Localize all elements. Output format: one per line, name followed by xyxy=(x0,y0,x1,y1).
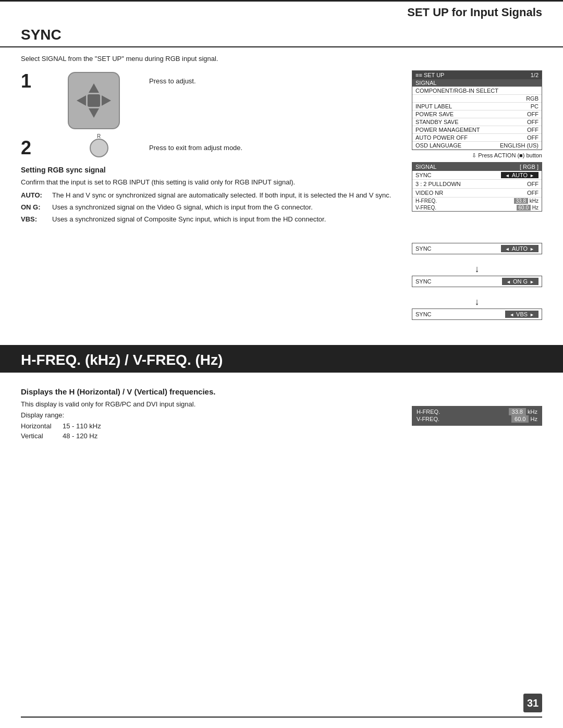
sync-row-vbs: SYNC VBS xyxy=(412,309,542,319)
sync-content: Select SIGNAL from the "SET UP" menu dur… xyxy=(0,55,563,329)
osd-setup-header-right: 1/2 xyxy=(531,72,538,78)
arrow-down-1: ↓ xyxy=(412,264,542,275)
signal-panel-header-left: SIGNAL xyxy=(415,164,436,170)
freq-unit-v: Hz xyxy=(532,205,538,211)
sync-option-vbs-label: VBS: xyxy=(21,215,52,223)
hfreq-horizontal-val: 15 - 110 kHz xyxy=(63,422,125,430)
step-2-number: 2 xyxy=(21,139,47,157)
hfreq-subtitle: Displays the H (Horizontal) / V (Vertica… xyxy=(21,387,407,396)
signal-panel-header: SIGNAL [ RGB ] xyxy=(412,163,542,171)
arrow-left-vbs xyxy=(509,311,514,317)
arrow-right-icon xyxy=(530,172,534,178)
osd-setup-header: ≡≡ SET UP 1/2 xyxy=(412,71,542,79)
hfreq-side-col: H-FREQ. 33.8 kHz V-FREQ. 60.0 Hz xyxy=(407,380,542,442)
remote-control xyxy=(68,72,120,129)
osd-val-power-mgmt: OFF xyxy=(527,127,538,133)
osd-row-signal: SIGNAL xyxy=(412,79,542,87)
osd-label-component: COMPONENT/RGB-IN SELECT xyxy=(415,88,498,94)
freq-row-v: V-FREQ. 60.0 Hz xyxy=(412,204,542,211)
step-1-row: 1 Press to adjust. xyxy=(21,72,407,129)
osd-label-power-save: POWER SAVE xyxy=(415,111,454,117)
hfreq-two-col: Displays the H (Horizontal) / V (Vertica… xyxy=(21,380,542,442)
setting-rgb-desc: Confirm that the input is set to RGB INP… xyxy=(21,178,407,186)
arrow-left-ong xyxy=(506,278,511,285)
osd-val-rgb: RGB xyxy=(526,95,538,102)
osd-label-standby-save: STANDBY SAVE xyxy=(415,119,459,125)
round-button: R xyxy=(90,139,108,157)
sync-panel-auto: SYNC AUTO xyxy=(412,243,542,254)
dpad-right xyxy=(102,95,111,106)
arrow-left-icon xyxy=(505,172,510,178)
signal-val-sync: AUTO xyxy=(501,172,538,178)
osd-row-input-label: INPUT LABEL PC xyxy=(412,103,542,110)
step-1-number: 1 xyxy=(21,72,47,91)
freq-val-h: 33.8 xyxy=(514,198,528,204)
hfreq-content: Displays the H (Horizontal) / V (Vertica… xyxy=(0,380,563,442)
osd-row-power-save: POWER SAVE OFF xyxy=(412,110,542,118)
freq-label-h: H-FREQ. xyxy=(415,198,437,204)
setting-rgb-title: Setting RGB sync signal xyxy=(21,166,407,174)
hfreq-desc2: Display range: xyxy=(21,411,407,419)
arrow-right-auto xyxy=(530,245,534,252)
freq-label-v: V-FREQ. xyxy=(415,205,436,211)
sync-option-auto-text: The H and V sync or synchronized signal … xyxy=(52,191,407,199)
dpad-center xyxy=(88,94,100,107)
signal-val-pulldown: OFF xyxy=(527,181,538,187)
freq-display-row-v: V-FREQ. 60.0 Hz xyxy=(417,416,537,422)
osd-label-osd-lang: OSD LANGUAGE xyxy=(415,142,461,149)
hfreq-desc1: This display is valid only for RGB/PC an… xyxy=(21,400,407,408)
osd-row-power-mgmt: POWER MANAGEMENT OFF xyxy=(412,126,542,134)
osd-setup-header-left: ≡≡ SET UP xyxy=(415,72,444,78)
page-number: 31 xyxy=(523,694,542,712)
step-2-graphic: R xyxy=(47,139,141,157)
osd-setup-panel: ≡≡ SET UP 1/2 SIGNAL COMPONENT/RGB-IN SE… xyxy=(412,70,542,150)
hfreq-range-vertical: Vertical 48 - 120 Hz xyxy=(21,432,407,440)
sync-two-col: Select SIGNAL from the "SET UP" menu dur… xyxy=(21,55,542,329)
sync-side-col: ≡≡ SET UP 1/2 SIGNAL COMPONENT/RGB-IN SE… xyxy=(407,55,542,329)
signal-row-video-nr: VIDEO NR OFF xyxy=(412,189,542,198)
osd-val-power-save: OFF xyxy=(527,111,538,117)
signal-panel-header-right: [ RGB ] xyxy=(520,164,538,170)
step-1-desc: Press to adjust. xyxy=(141,72,196,85)
step-2-row: 2 R Press to exit from adjust mode. xyxy=(21,139,407,157)
page-header: SET UP for Input Signals xyxy=(0,0,563,21)
sync-panel-vbs: SYNC VBS xyxy=(412,309,542,320)
signal-row-sync: SYNC AUTO xyxy=(412,171,542,180)
arrow-right-vbs xyxy=(530,311,534,317)
arrow-right-ong xyxy=(530,278,534,285)
sync-panel-vbs-label: SYNC xyxy=(415,311,432,317)
sync-option-ong-label: ON G: xyxy=(21,203,52,211)
sync-option-auto-label: AUTO: xyxy=(21,191,52,199)
dpad-down xyxy=(89,108,99,118)
freq-display-num-h: 33.8 xyxy=(509,408,526,415)
sync-section-title: SYNC xyxy=(0,21,563,47)
spacer-step2 xyxy=(412,212,542,243)
arrow-left-auto xyxy=(505,245,510,252)
signal-val-video-nr: OFF xyxy=(527,190,538,196)
hfreq-vertical-label: Vertical xyxy=(21,432,63,440)
osd-label-signal: SIGNAL xyxy=(415,80,436,86)
osd-label-power-mgmt: POWER MANAGEMENT xyxy=(415,127,480,133)
sync-panel-ong: SYNC ON G xyxy=(412,276,542,287)
sync-option-auto: AUTO: The H and V sync or synchronized s… xyxy=(21,191,407,199)
signal-label-sync: SYNC xyxy=(415,172,432,178)
freq-unit-h: kHz xyxy=(530,198,538,204)
signal-panel: SIGNAL [ RGB ] SYNC AUTO 3 : 2 PULLDOWN … xyxy=(412,162,542,212)
osd-val-standby-save: OFF xyxy=(527,119,538,125)
freq-row-h: H-FREQ. 33.8 kHz xyxy=(412,198,542,204)
hfreq-main-col: Displays the H (Horizontal) / V (Vertica… xyxy=(21,380,407,442)
r-label: R xyxy=(97,133,101,139)
dpad-left xyxy=(77,95,86,106)
round-btn-graphic: R xyxy=(79,139,108,157)
press-action-note: ⇩ Press ACTION (■) button xyxy=(412,152,542,159)
sync-option-vbs-text: Uses a synchronized signal of Composite … xyxy=(52,215,407,223)
sync-row-ong: SYNC ON G xyxy=(412,276,542,287)
freq-display-label-v: V-FREQ. xyxy=(417,416,439,422)
arrow-down-2: ↓ xyxy=(412,297,542,307)
sync-panel-auto-label: SYNC xyxy=(415,245,432,252)
hfreq-section: H-FREQ. (kHz) / V-FREQ. (Hz) xyxy=(0,345,563,373)
step-1-graphic xyxy=(47,72,141,129)
freq-display-unit-h: kHz xyxy=(528,409,537,415)
hfreq-title: H-FREQ. (kHz) / V-FREQ. (Hz) xyxy=(0,347,563,373)
freq-display-panel: H-FREQ. 33.8 kHz V-FREQ. 60.0 Hz xyxy=(412,406,542,426)
